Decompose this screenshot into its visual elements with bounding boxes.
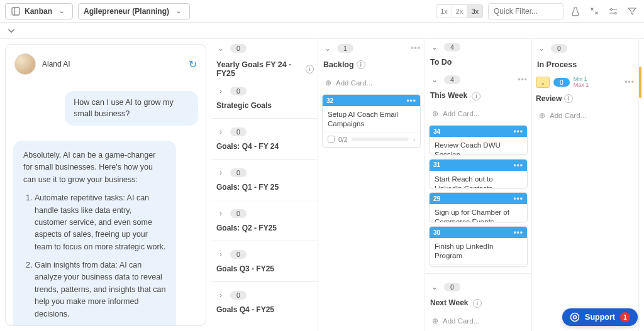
chevron-right-icon[interactable]: ›	[215, 126, 226, 138]
settings-icon[interactable]	[606, 4, 620, 18]
section-title: Strategic Goals	[215, 100, 314, 112]
chevron-right-icon[interactable]: ›	[215, 249, 226, 260]
view-selector[interactable]: Kanban ⌄	[5, 3, 73, 19]
chevron-down-icon[interactable]: ⌄	[429, 281, 440, 293]
info-icon[interactable]: i	[473, 299, 482, 308]
card-header: 32 •••	[323, 95, 420, 106]
board-icon	[11, 6, 21, 16]
chevron-down-icon: ⌄	[173, 6, 184, 17]
chevron-right-icon[interactable]: ›	[215, 85, 226, 97]
chevron-down-icon[interactable]: ⌄	[429, 74, 440, 85]
card[interactable]: 30••• Finish up LinkedIn Program 0/3 ›	[429, 226, 528, 267]
plus-icon: ⊕	[431, 317, 439, 325]
zoom-3x[interactable]: 3x	[467, 5, 482, 18]
support-label: Support	[585, 313, 615, 322]
chevron-right-icon[interactable]: ›	[215, 208, 226, 219]
card-id: 32	[326, 97, 333, 104]
section-title: Goals: Q2 - FY25	[215, 223, 314, 234]
more-icon[interactable]: •••	[513, 228, 523, 237]
board-name: Agilepreneur (Planning)	[84, 7, 169, 16]
count-pill: 0	[551, 44, 567, 53]
info-icon[interactable]: i	[306, 65, 314, 73]
zoom-selector[interactable]: 1x 2x 3x	[436, 4, 483, 18]
info-icon[interactable]: i	[472, 92, 480, 100]
plus-icon: ⊕	[325, 79, 332, 87]
chevron-down-icon[interactable]: ⌄	[429, 41, 440, 53]
section-title: Goals Q4 - FY25	[215, 305, 314, 316]
column-edge-indicator	[639, 67, 641, 98]
section-title: Goals: Q4 - FY 24	[215, 141, 314, 153]
section-title: Goals: Q1 - FY 25	[215, 182, 314, 193]
more-icon[interactable]: •••	[513, 161, 523, 170]
more-icon[interactable]: •••	[411, 44, 421, 53]
plus-icon: ⊕	[431, 110, 439, 117]
chevron-down-icon[interactable]: ⌄	[322, 43, 333, 54]
chevron-down-icon: ⌄	[56, 6, 67, 17]
more-icon[interactable]: •••	[513, 194, 523, 203]
collapse-all-icon[interactable]	[5, 24, 18, 37]
zoom-2x[interactable]: 2x	[452, 5, 468, 18]
more-icon[interactable]: •••	[406, 96, 416, 105]
add-card-button[interactable]: ⊕ Add Card...	[536, 108, 635, 123]
column-header: ⌄ 0	[215, 41, 314, 55]
chevron-down-icon[interactable]: ⌄	[536, 77, 550, 88]
add-card-button[interactable]: ⊕ Add Card...	[322, 75, 421, 90]
board-selector[interactable]: Agilepreneur (Planning) ⌄	[78, 3, 190, 19]
chevron-right-icon[interactable]: ›	[215, 290, 226, 301]
quick-filter-input[interactable]	[488, 3, 564, 19]
ai-point: Automate repetitive tasks: AI can handle…	[35, 192, 166, 253]
card-title: Review Coach DWU Session	[430, 137, 527, 155]
count-pill: 4	[444, 43, 460, 52]
refresh-icon[interactable]: ↻	[189, 58, 197, 70]
svg-point-2	[611, 8, 613, 10]
card-id: 34	[433, 128, 440, 135]
max-limit: Max 1	[574, 82, 589, 88]
count-pill: 0	[444, 283, 460, 291]
swimlane-title: Next Week i	[429, 298, 528, 310]
count-pill: 0	[230, 250, 247, 259]
count-pill: 0	[553, 78, 570, 87]
chat-header: Aland AI ↻	[6, 45, 206, 84]
card[interactable]: 29••• Sign up for Chamber of Commerce Ev…	[429, 192, 528, 222]
more-icon[interactable]: •••	[518, 75, 528, 84]
checkbox-icon	[328, 136, 335, 143]
progress-bar	[352, 138, 409, 141]
topbar: Kanban ⌄ Agilepreneur (Planning) ⌄ 1x 2x…	[0, 0, 644, 23]
flask-icon[interactable]	[569, 4, 582, 18]
more-icon[interactable]: •••	[625, 78, 635, 87]
chevron-down-icon[interactable]: ⌄	[215, 43, 226, 54]
card[interactable]: 34••• Review Coach DWU Session	[429, 125, 528, 155]
chevron-right-icon[interactable]: ›	[215, 167, 226, 178]
card[interactable]: 32 ••• Setup AI Coach Email Campaigns 0/…	[322, 94, 421, 148]
add-card-button[interactable]: ⊕ Add Card...	[429, 313, 528, 328]
plus-icon: ⊕	[538, 112, 546, 119]
wip-limits: Min 1 Max 1	[574, 77, 589, 88]
chat-agent-name: Aland AI	[42, 60, 182, 68]
swimlane-header: ⌄ 0 Min 1 Max 1 •••	[536, 75, 635, 89]
chevron-right-icon[interactable]: ›	[413, 136, 415, 143]
support-button[interactable]: Support 1	[562, 308, 638, 326]
ai-message: Absolutely, AI can be a game-changer for…	[13, 141, 176, 325]
progress-text: 0/2	[338, 136, 348, 143]
add-card-button[interactable]: ⊕ Add Card...	[429, 106, 528, 121]
card[interactable]: 31••• Start Reach out to LinkedIn Contac…	[429, 159, 528, 189]
more-icon[interactable]: •••	[513, 127, 523, 136]
card-id: 29	[433, 195, 440, 202]
column-title: To Do	[429, 57, 528, 69]
column-backlog: ⌄ 1 ••• Backlog i ⊕ Add Card... 32 ••• S…	[318, 39, 425, 331]
ai-intro: Absolutely, AI can be a game-changer for…	[23, 149, 166, 186]
view-label: Kanban	[25, 7, 52, 16]
info-icon[interactable]: i	[357, 60, 365, 69]
sparkle-icon[interactable]	[587, 4, 601, 18]
filter-icon[interactable]	[625, 4, 639, 18]
chevron-down-icon[interactable]: ⌄	[536, 43, 547, 54]
section: ›0 Goals: Q2 - FY25	[215, 207, 314, 234]
count-pill: 0	[230, 168, 247, 177]
review-label: Review i	[536, 93, 635, 104]
count-pill: 4	[444, 75, 460, 84]
board: Aland AI ↻ How can I use AI to grow my s…	[0, 39, 644, 331]
lifebuoy-icon	[570, 312, 580, 322]
count-pill: 0	[230, 44, 247, 53]
zoom-1x[interactable]: 1x	[436, 5, 452, 18]
info-icon[interactable]: i	[564, 94, 573, 103]
